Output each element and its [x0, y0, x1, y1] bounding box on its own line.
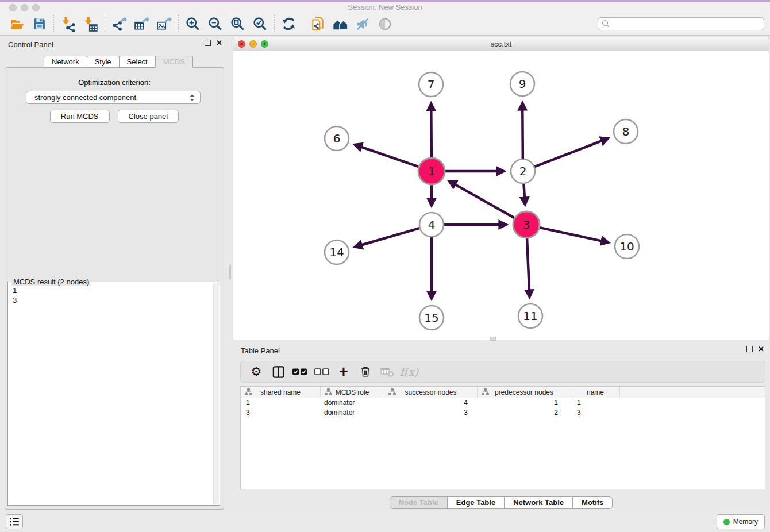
table-settings-gear-icon[interactable]: ⚙	[247, 363, 266, 381]
deselect-all-icon[interactable]	[312, 363, 332, 381]
result-scrollbar[interactable]	[213, 283, 219, 504]
search-box	[598, 17, 764, 30]
column-header-name[interactable]: name	[571, 387, 620, 398]
edge-2-9[interactable]	[522, 109, 523, 159]
table-body: 1dominator4113dominator323	[241, 398, 765, 418]
zoom-out-icon[interactable]	[204, 14, 226, 34]
graph-node-14[interactable]: 14	[325, 240, 349, 264]
vertical-splitter[interactable]	[228, 36, 233, 511]
task-history-button[interactable]	[6, 514, 23, 529]
close-table-panel-icon[interactable]: ✕	[758, 346, 764, 352]
graph-node-11[interactable]: 11	[518, 304, 542, 328]
horizontal-splitter-handle[interactable]	[490, 337, 496, 341]
window-title: Session: New Session	[0, 3, 770, 11]
network-canvas[interactable]: 1234678910111415	[233, 51, 769, 340]
close-panel-button[interactable]: Close panel	[118, 110, 179, 123]
edge-2-8[interactable]	[535, 140, 603, 167]
run-mcds-button[interactable]: Run MCDS	[50, 110, 110, 123]
graph-node-7[interactable]: 7	[419, 72, 443, 97]
table-tab-motifs[interactable]: Motifs	[572, 496, 613, 509]
column-header-predecessor-nodes[interactable]: predecessor nodes	[478, 387, 571, 398]
graph-node-3[interactable]: 3	[513, 211, 540, 238]
svg-text:11: 11	[523, 309, 537, 323]
export-table-icon[interactable]	[130, 14, 153, 34]
network-graph: 1234678910111415	[233, 51, 769, 340]
export-network-icon[interactable]	[108, 14, 130, 34]
import-table-icon[interactable]	[79, 14, 102, 34]
table-cell[interactable]: 1	[241, 398, 321, 408]
table-cell[interactable]: 2	[478, 408, 571, 418]
search-icon	[602, 20, 610, 28]
network-view-window: × – + scc.txt 1234678910111415	[233, 37, 769, 340]
table-panel-title: Table Panel	[241, 346, 280, 355]
edge-3-1[interactable]	[454, 184, 514, 218]
graph-node-6[interactable]: 6	[325, 126, 349, 151]
toolbar-separator	[303, 15, 303, 33]
table-row[interactable]: 1dominator411	[241, 398, 765, 408]
graph-node-9[interactable]: 9	[510, 72, 534, 96]
zoom-in-icon[interactable]	[182, 14, 204, 34]
add-column-icon[interactable]: +	[334, 363, 353, 381]
graph-node-1[interactable]: 1	[418, 158, 445, 184]
table-cell[interactable]: 4	[384, 398, 478, 408]
graph-node-15[interactable]: 15	[419, 306, 444, 330]
table-tab-edge-table[interactable]: Edge Table	[447, 496, 505, 509]
table-tab-node-table[interactable]: Node Table	[390, 496, 448, 509]
open-folder-icon[interactable]	[6, 14, 28, 34]
duplicate-network-icon[interactable]	[306, 14, 329, 34]
table-cell[interactable]: 1	[571, 398, 620, 408]
edge-3-11[interactable]	[527, 238, 529, 291]
memory-button[interactable]: Memory	[717, 514, 765, 529]
table-cell[interactable]: 3	[384, 408, 478, 418]
export-image-icon[interactable]	[153, 14, 175, 34]
graph-node-4[interactable]: 4	[419, 213, 444, 237]
svg-text:14: 14	[329, 245, 344, 259]
search-input[interactable]	[598, 17, 764, 30]
function-builder-icon: f(x)	[399, 363, 419, 381]
show-column-icon[interactable]	[268, 363, 288, 381]
delete-column-icon[interactable]	[356, 363, 375, 381]
tab-select[interactable]: Select	[119, 56, 156, 68]
hierarchy-icon	[325, 388, 332, 396]
refresh-icon[interactable]	[278, 14, 300, 34]
table-tab-network-table[interactable]: Network Table	[504, 496, 573, 509]
column-header-shared-name[interactable]: shared name	[241, 387, 321, 398]
tab-style[interactable]: Style	[87, 56, 120, 68]
zoom-selected-icon[interactable]	[249, 14, 271, 34]
criterion-select[interactable]: strongly connected component	[26, 91, 201, 104]
mcds-panel: Optimization criterion: strongly connect…	[5, 67, 224, 510]
edge-1-6[interactable]	[360, 147, 419, 167]
megaphone-off-icon[interactable]	[351, 14, 374, 34]
memory-label: Memory	[733, 518, 758, 526]
graph-node-8[interactable]: 8	[614, 119, 638, 144]
tab-network[interactable]: Network	[44, 56, 87, 68]
delete-table-icon	[378, 363, 397, 381]
column-header-mcds-role[interactable]: MCDS role	[321, 387, 384, 398]
save-icon[interactable]	[28, 14, 51, 34]
edge-4-14[interactable]	[360, 228, 419, 245]
zoom-fit-icon[interactable]	[226, 14, 249, 34]
column-header-successor-nodes[interactable]: successor nodes	[384, 387, 478, 398]
select-all-icon[interactable]	[290, 363, 310, 381]
table-cell[interactable]: 3	[571, 408, 620, 418]
float-panel-icon[interactable]	[205, 40, 211, 46]
float-table-panel-icon[interactable]	[746, 346, 753, 352]
edge-1-7[interactable]	[431, 109, 432, 157]
table-tabs: Node TableEdge TableNetwork TableMotifs	[233, 496, 770, 509]
graph-node-10[interactable]: 10	[615, 234, 639, 259]
table-cell[interactable]: 1	[478, 398, 571, 408]
tab-mcds[interactable]: MCDS	[155, 56, 193, 68]
graph-node-2[interactable]: 2	[511, 159, 535, 183]
table-cell[interactable]: 3	[241, 408, 321, 418]
import-network-icon[interactable]	[57, 14, 79, 34]
table-cell[interactable]: dominator	[321, 398, 384, 408]
optimization-criterion-label: Optimization criterion:	[5, 78, 224, 87]
edge-2-3[interactable]	[523, 184, 525, 199]
houses-icon[interactable]	[329, 14, 351, 34]
edge-3-10[interactable]	[540, 228, 603, 241]
hierarchy-icon	[482, 388, 489, 396]
mcds-result-list[interactable]: 1 3	[8, 284, 214, 504]
close-panel-icon[interactable]: ✕	[216, 40, 222, 46]
table-cell[interactable]: dominator	[321, 408, 384, 418]
table-row[interactable]: 3dominator323	[241, 408, 765, 418]
